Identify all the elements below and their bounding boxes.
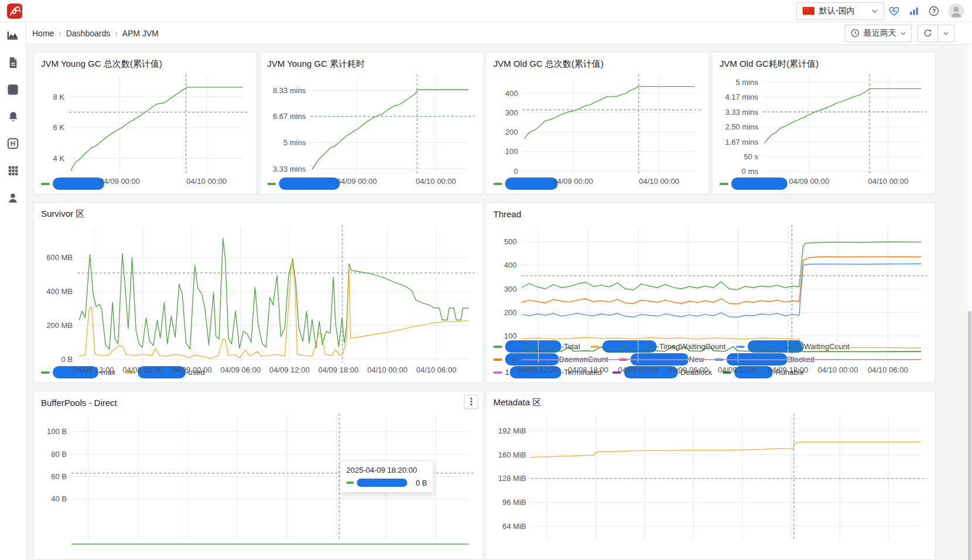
sidebar-item-notifications[interactable] <box>5 110 21 123</box>
panel-menu-button[interactable] <box>464 395 478 409</box>
chevron-down-icon <box>901 32 906 35</box>
y-axis-label: 400 MB <box>46 287 73 296</box>
redaction-blob <box>357 479 407 487</box>
panel-legend <box>493 555 928 556</box>
sidebar-item-alerting-rules[interactable]: A <box>5 83 21 96</box>
y-axis-label: 6.67 mins <box>273 112 306 121</box>
panel-title[interactable]: Thread <box>493 209 521 219</box>
tooltip-series-row: 0 B <box>346 479 427 487</box>
chart-canvas[interactable]: 64 MiB96 MiB128 MiB160 MiB192 MiB <box>493 410 928 555</box>
sidebar-item-h-module[interactable]: H <box>5 137 21 150</box>
panel-title[interactable]: JVM Young GC 总次数(累计值) <box>41 59 162 70</box>
panel-title[interactable]: JVM Old GC耗时(累计值) <box>719 59 818 70</box>
chart-jvm-old-gc-count[interactable]: 04/09 00:0004/10 00:000100200300400 <box>493 71 702 176</box>
y-axis-label: 500 <box>504 237 517 246</box>
x-axis-label: 04/08 12:00 <box>518 366 558 374</box>
clock-icon <box>851 29 860 37</box>
x-axis-label: 04/10 00:00 <box>818 366 858 374</box>
scrollbar-track[interactable] <box>967 45 972 560</box>
chart-metadata[interactable]: 64 MiB96 MiB128 MiB160 MiB192 MiB <box>493 410 928 555</box>
y-axis-label: 4.17 mins <box>725 93 759 101</box>
app-window: 默认-国内 ? <box>0 0 972 560</box>
time-range-label: 最近两天 <box>864 28 896 39</box>
panel-jvm-old-gc-time: JVM Old GC耗时(累计值) 04/09 00:0004/10 00:00… <box>712 52 936 194</box>
chart-survivor[interactable]: 04/08 12:0004/08 18:0004/09 00:0004/09 0… <box>41 221 476 365</box>
y-axis-label: 5 mins <box>284 138 306 147</box>
panel-jvm-old-gc-count: JVM Old GC 总次数(累计值) 04/09 00:0004/10 00:… <box>486 52 710 194</box>
sidebar-item-dashboards[interactable] <box>5 29 21 42</box>
breadcrumb-separator: › <box>115 29 117 37</box>
y-axis-label: 100 <box>504 332 517 340</box>
chart-canvas[interactable]: 04/09 00:0004/10 00:000 ms50 s1.67 mins2… <box>719 71 928 189</box>
y-axis-label: 0 B <box>61 355 73 364</box>
breadcrumb-current-dashboard: APM JVM <box>122 29 159 38</box>
panel-title[interactable]: Metadata 区 <box>493 397 541 408</box>
chart-canvas[interactable]: 04/09 00:0004/10 00:003.33 mins5 mins6.6… <box>267 71 476 189</box>
sidebar-item-apps-grid[interactable] <box>5 164 21 177</box>
org-select-dropdown[interactable]: 默认-国内 <box>796 2 884 20</box>
y-axis-label: 3.33 mins <box>273 165 306 173</box>
user-avatar[interactable] <box>949 4 964 19</box>
panel-title[interactable]: BufferPools - Direct <box>41 398 117 408</box>
y-axis-label: 400 <box>505 89 518 98</box>
grid-icon <box>8 165 19 176</box>
refresh-button[interactable] <box>918 25 938 42</box>
y-axis-label: 400 <box>504 261 517 269</box>
chart-tooltip: 2025-04-09 18:20:00 0 B <box>340 460 434 493</box>
y-axis-label: 128 MiB <box>498 474 526 483</box>
breadcrumb-dashboards[interactable]: Dashboards <box>66 29 111 38</box>
y-axis-label: 300 <box>505 108 518 117</box>
dashboard-canvas: JVM Young GC 总次数(累计值) 04/09 00:0004/10 0… <box>26 45 972 560</box>
letter-a-box-icon: A <box>7 84 19 95</box>
panel-metadata: Metadata 区 64 MiB96 MiB128 MiB160 MiB192… <box>486 391 936 560</box>
scrollbar-thumb[interactable] <box>968 311 971 560</box>
x-axis-label: 04/09 00:00 <box>172 366 212 374</box>
y-axis-label: 0 <box>513 355 517 364</box>
panel-title[interactable]: JVM Young GC 累计耗时 <box>267 59 365 70</box>
x-axis-label: 04/08 18:00 <box>122 366 163 374</box>
area-chart-icon <box>6 30 19 42</box>
chart-jvm-young-gc-time[interactable]: 04/09 00:0004/10 00:003.33 mins5 mins6.6… <box>267 71 476 176</box>
stats-button[interactable] <box>904 2 924 20</box>
series-TimedWaitingCount <box>521 337 921 348</box>
panel-title[interactable]: Survivor 区 <box>41 209 84 220</box>
x-axis-label: 04/09 12:00 <box>718 366 758 374</box>
panel-row-1: JVM Young GC 总次数(累计值) 04/09 00:0004/10 0… <box>33 52 936 194</box>
chart-canvas[interactable]: 04/08 12:0004/08 18:0004/09 00:0004/09 0… <box>41 221 476 378</box>
sidebar-item-logs[interactable] <box>5 56 21 69</box>
user-icon <box>8 192 18 203</box>
y-axis-label: 60 B <box>51 472 67 481</box>
y-axis-label: 200 MB <box>46 321 73 330</box>
chart-jvm-old-gc-time[interactable]: 04/09 00:0004/10 00:000 ms50 s1.67 mins2… <box>719 71 928 176</box>
chart-canvas[interactable]: 04/09 00:0004/10 00:000100200300400 <box>493 71 702 189</box>
y-axis-label: 0 <box>514 167 518 176</box>
chart-canvas[interactable]: 04/08 12:0004/08 18:0004/09 00:0004/09 0… <box>493 221 928 378</box>
series-color-dash <box>346 482 354 484</box>
time-range-picker[interactable]: 最近两天 <box>845 25 912 42</box>
y-axis-label: 2.50 mins <box>725 122 759 131</box>
breadcrumb-home[interactable]: Home <box>32 29 54 38</box>
chevron-down-icon <box>872 9 878 13</box>
x-axis-label: 04/10 00:00 <box>415 177 456 186</box>
x-axis-label: 04/10 06:00 <box>416 366 456 374</box>
series-used <box>79 260 469 358</box>
x-axis-label: 04/09 00:00 <box>618 366 659 374</box>
sidebar-item-profile[interactable] <box>5 191 21 204</box>
chevron-down-icon <box>943 32 949 35</box>
health-monitor-button[interactable] <box>884 2 904 20</box>
chart-jvm-young-gc-count[interactable]: 04/09 00:0004/10 00:004 K6 K8 K <box>41 71 250 176</box>
x-axis-label: 04/09 06:00 <box>668 366 708 374</box>
series-DaemonCount <box>521 257 921 304</box>
chart-canvas[interactable]: 04/09 00:0004/10 00:004 K6 K8 K <box>41 71 250 189</box>
top-navbar: 默认-国内 ? <box>0 0 972 22</box>
letter-h-box-icon: H <box>7 138 19 149</box>
app-logo-icon[interactable] <box>7 4 22 19</box>
y-axis-label: 50 s <box>744 152 758 161</box>
help-button[interactable]: ? <box>924 2 944 20</box>
y-axis-label: 100 B <box>47 427 67 436</box>
x-axis-label: 04/10 00:00 <box>367 366 408 374</box>
chart-thread[interactable]: 04/08 12:0004/08 18:0004/09 00:0004/09 0… <box>493 221 928 339</box>
refresh-interval-dropdown[interactable] <box>937 25 954 42</box>
panel-title[interactable]: JVM Old GC 总次数(累计值) <box>493 59 603 70</box>
x-axis-label: 04/09 12:00 <box>270 366 310 374</box>
